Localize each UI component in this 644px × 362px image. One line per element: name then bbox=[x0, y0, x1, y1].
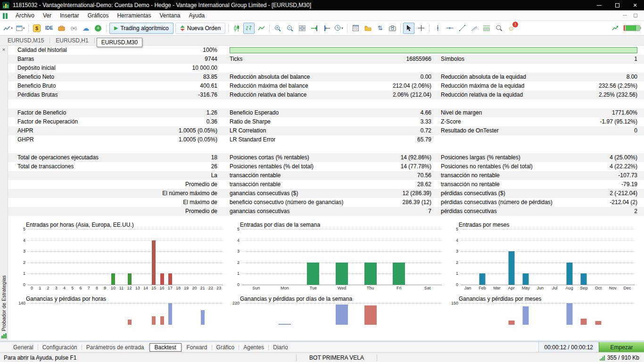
menu-item-archivo[interactable]: Archivo bbox=[11, 11, 39, 20]
bottom-tab-configuracion[interactable]: Configuración bbox=[39, 344, 81, 351]
bottom-tab-backtest[interactable]: Backtest bbox=[149, 343, 182, 352]
chart-tab-eurusd-m30[interactable]: EURUSD,M30 bbox=[97, 38, 142, 47]
metatrader-app-icon bbox=[2, 2, 9, 9]
chart-pl-by-months: Ganancias y pérdidas por meses 150 bbox=[448, 296, 637, 326]
y-tick-label: 3 bbox=[456, 249, 458, 254]
chart-tab-eurusd-h1[interactable]: EURUSD,H1 bbox=[52, 37, 92, 44]
chart-bar bbox=[152, 240, 156, 285]
chart-bar bbox=[279, 324, 291, 325]
report-value: 4.66 bbox=[417, 108, 431, 117]
y-tick-label: 5 bbox=[23, 227, 25, 231]
screenshot-camera-icon[interactable] bbox=[387, 23, 398, 34]
report-value: 2 (-212.04) bbox=[606, 189, 637, 198]
x-tick-label: 14 bbox=[143, 286, 148, 290]
report-value: 1.0005 (0.05%) bbox=[175, 126, 217, 135]
chart-title: Entradas por días de la semana bbox=[240, 222, 445, 229]
minimize-button[interactable] bbox=[590, 0, 608, 10]
menu-item-ventana[interactable]: Ventana bbox=[155, 11, 184, 20]
report-row: Beneficio Neto83.85Reducción absoluta de… bbox=[8, 73, 644, 82]
bottom-tab-agentes[interactable]: Agentes bbox=[239, 344, 268, 351]
window-title: 11815032 - VantageInternational-Demo: Cu… bbox=[13, 2, 311, 8]
chart-tab-eurusd-m15[interactable]: EURUSD,M15 bbox=[4, 37, 48, 44]
bottom-tab-grafico[interactable]: Gráfico bbox=[213, 344, 239, 351]
fibonacci-icon[interactable] bbox=[481, 23, 492, 34]
market-watch-dollar-icon[interactable]: $ bbox=[31, 23, 42, 34]
menu-item-insertar[interactable]: Insertar bbox=[56, 11, 83, 20]
chart-bar bbox=[508, 251, 514, 285]
child-restore-icon[interactable] bbox=[634, 14, 637, 17]
tile-windows-icon[interactable] bbox=[297, 23, 308, 34]
toolbar-separator bbox=[347, 24, 347, 33]
horizontal-line-icon[interactable] bbox=[444, 23, 455, 34]
data-window-icon[interactable] bbox=[350, 23, 361, 34]
title-bar: 11815032 - VantageInternational-Demo: Cu… bbox=[0, 0, 644, 10]
start-button[interactable]: Empezar bbox=[599, 342, 644, 352]
bottom-tab-forward[interactable]: Forward bbox=[183, 344, 211, 351]
report-label: beneficio consecutivo (número de gananci… bbox=[230, 198, 343, 207]
chart-bar bbox=[160, 316, 164, 325]
menu-item-ver[interactable]: Ver bbox=[39, 11, 56, 20]
ide-icon[interactable]: IDE bbox=[43, 23, 55, 34]
report-label: Ratio de Sharpe bbox=[230, 117, 271, 126]
report-value: 28.62 bbox=[413, 180, 431, 189]
menu-item-graficos[interactable]: Gráficos bbox=[83, 11, 113, 20]
report-value: 1771.60% bbox=[608, 108, 637, 117]
zoom-in-icon[interactable] bbox=[272, 23, 283, 34]
bottom-tab-general[interactable]: General bbox=[9, 344, 37, 351]
trading-algo-button[interactable]: ▶ Trading algorítmico bbox=[109, 23, 173, 34]
toolbox-icon[interactable] bbox=[56, 23, 67, 34]
report-label: Beneficio Neto bbox=[17, 73, 54, 82]
bottom-tab-separator bbox=[212, 345, 212, 350]
new-order-button[interactable]: Nueva Orden bbox=[175, 23, 225, 34]
depth-of-market-icon[interactable]: ⇅ bbox=[374, 23, 386, 34]
add-account-icon[interactable]: + bbox=[92, 23, 104, 34]
x-tick-label: Sep bbox=[580, 286, 587, 290]
vertical-line-icon[interactable] bbox=[432, 23, 443, 34]
report-value: -212.04 (2) bbox=[606, 198, 637, 207]
line-chart-glyph bbox=[3, 25, 10, 31]
child-minimize-icon[interactable] bbox=[623, 15, 627, 16]
bottom-tab-parametros-de-entrada[interactable]: Parámetros de entrada bbox=[83, 344, 148, 351]
objects-search-icon[interactable] bbox=[493, 23, 504, 34]
report-value: 1 bbox=[630, 55, 637, 64]
zoom-out-icon[interactable] bbox=[284, 23, 296, 34]
market-overview-icon[interactable] bbox=[610, 23, 621, 34]
x-tick-label: 13 bbox=[135, 286, 140, 290]
chart-profile-icon[interactable]: ▾ bbox=[15, 23, 26, 34]
broadcast-icon[interactable]: ((●)) bbox=[68, 23, 79, 34]
timeframe-clock-icon[interactable]: ▾ bbox=[333, 23, 345, 34]
menu-item-herramientas[interactable]: Herramientas bbox=[113, 11, 155, 20]
menu-item-ayuda[interactable]: Ayuda bbox=[184, 11, 209, 20]
report-value: Promedio de bbox=[182, 207, 217, 216]
x-tick-label: 23 bbox=[216, 286, 221, 290]
close-button[interactable]: × bbox=[626, 0, 644, 10]
x-tick-label: 5 bbox=[71, 286, 74, 290]
report-label: Reducción absoluta del balance bbox=[230, 73, 310, 82]
close-tester-panel-button[interactable]: × bbox=[0, 46, 8, 53]
cursor-icon[interactable] bbox=[403, 23, 414, 34]
auto-scroll-icon[interactable] bbox=[309, 23, 320, 34]
x-tick-label: 2 bbox=[47, 286, 50, 290]
bar-chart-icon[interactable] bbox=[243, 23, 255, 34]
report-row: AHPR1.0005 (0.05%)LR Correlation0.72Resu… bbox=[8, 126, 644, 135]
crosshair-icon[interactable] bbox=[415, 23, 427, 34]
bottom-tab-separator bbox=[38, 345, 38, 350]
maximize-button[interactable] bbox=[608, 0, 626, 10]
gridline bbox=[28, 251, 223, 252]
order-arrows-icon bbox=[180, 25, 185, 31]
cloud-icon[interactable]: ☁ bbox=[80, 23, 91, 34]
equidistant-channel-icon[interactable] bbox=[469, 23, 480, 34]
line-chart-mode-icon[interactable] bbox=[256, 23, 267, 34]
chart-shift-icon[interactable] bbox=[321, 23, 332, 34]
candlestick-chart-icon[interactable] bbox=[231, 23, 242, 34]
bottom-tab-diario[interactable]: Diario bbox=[269, 344, 291, 351]
strategy-tester-vertical-tab[interactable]: Probador de Estrategias bbox=[0, 275, 8, 338]
x-tick-label: 9 bbox=[104, 286, 106, 290]
folder-icon[interactable] bbox=[362, 23, 373, 34]
trendline-icon[interactable] bbox=[456, 23, 468, 34]
emoji-icon[interactable]: ☺ 1 bbox=[505, 23, 517, 34]
gridline bbox=[242, 303, 442, 304]
chart-type-icon[interactable]: ▾ bbox=[2, 23, 14, 34]
chart-bar bbox=[523, 273, 529, 285]
charts-section: Entradas por horas (Asia, Europa, EE.UU.… bbox=[8, 216, 644, 326]
